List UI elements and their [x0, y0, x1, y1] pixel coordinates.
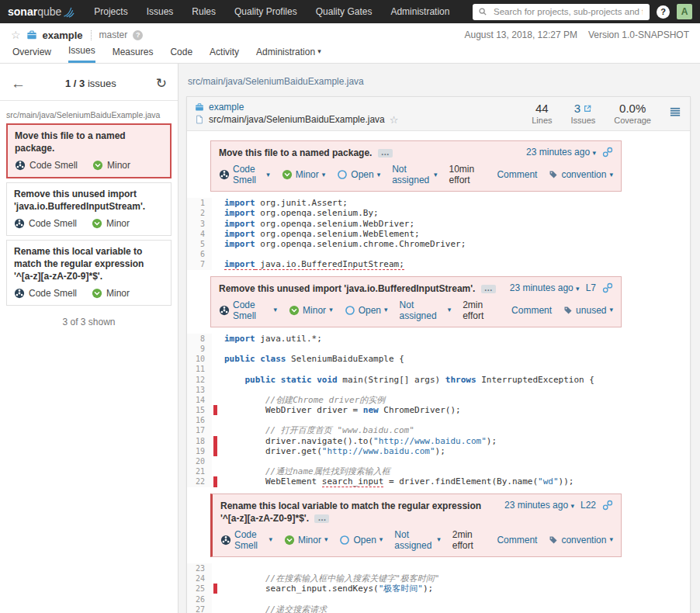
rule-details-ellipsis-button[interactable]: … [378, 149, 393, 158]
project-link[interactable]: example [209, 102, 244, 113]
line-number[interactable]: 17 [187, 425, 212, 435]
tab-issues[interactable]: Issues [68, 45, 95, 63]
line-number[interactable]: 12 [187, 374, 212, 384]
tab-measures[interactable]: Measures [113, 45, 154, 63]
permalink-icon[interactable] [602, 500, 613, 511]
project-name[interactable]: example [43, 29, 83, 41]
tab-activity[interactable]: Activity [210, 45, 239, 63]
rule-details-ellipsis-button[interactable]: … [314, 514, 329, 523]
project-version: Version 1.0-SNAPSHOT [588, 29, 689, 40]
line-number[interactable]: 11 [187, 364, 212, 374]
issue-changelog-dropdown[interactable]: 23 minutes ago ▾ [526, 147, 596, 158]
code-line: 15 WebDriver driver = new ChromeDriver()… [187, 405, 690, 415]
line-number[interactable]: 10 [187, 354, 212, 364]
code-text: WebDriver driver = new ChromeDriver(); [220, 405, 461, 415]
coverage-gutter [212, 239, 220, 249]
issue-status-dropdown[interactable]: Open▾ [337, 169, 380, 180]
line-number[interactable]: 24 [187, 573, 212, 584]
issue-comment-button[interactable]: Comment [497, 535, 537, 545]
tab-administration[interactable]: Administration▾ [256, 45, 321, 63]
issue-changelog-dropdown[interactable]: 23 minutes ago ▾ [504, 500, 574, 511]
line-number[interactable]: 7 [187, 259, 212, 269]
issue-severity-dropdown[interactable]: Minor▾ [289, 305, 333, 316]
nav-item-issues[interactable]: Issues [147, 6, 174, 17]
help-button[interactable]: ? [657, 5, 670, 19]
line-number[interactable]: 20 [187, 456, 212, 466]
line-number[interactable]: 27 [187, 604, 212, 613]
issue-type-dropdown[interactable]: Code Smell▾ [219, 164, 270, 185]
inline-issue-box: Rename this local variable to match the … [210, 494, 622, 557]
issue-list-item[interactable]: Remove this unused import 'java.io.Buffe… [6, 182, 172, 236]
coverage-gutter [212, 594, 220, 604]
metric-issues[interactable]: 3 Issues [571, 102, 596, 125]
issue-comment-button[interactable]: Comment [497, 169, 537, 180]
back-arrow-icon[interactable]: ← [11, 76, 26, 91]
line-number[interactable]: 15 [187, 405, 212, 415]
coverage-gutter [212, 466, 220, 476]
line-number[interactable]: 19 [187, 446, 212, 456]
sonarqube-logo[interactable]: sonarqube [8, 5, 75, 18]
branch-help-icon[interactable]: ? [133, 30, 143, 40]
issue-list-item[interactable]: Move this file to a named package. Code … [6, 123, 172, 178]
line-number[interactable]: 21 [187, 466, 212, 476]
issue-assignee-dropdown[interactable]: Not assigned▾ [400, 300, 452, 321]
coverage-gutter [212, 259, 220, 269]
nav-item-quality-profiles[interactable]: Quality Profiles [234, 6, 297, 17]
tab-code[interactable]: Code [170, 45, 192, 63]
nav-item-quality-gates[interactable]: Quality Gates [316, 6, 373, 17]
issue-type-dropdown[interactable]: Code Smell▾ [219, 300, 277, 321]
issue-line-ref[interactable]: L22 [580, 500, 596, 511]
issue-status-dropdown[interactable]: Open▾ [339, 535, 383, 545]
line-number[interactable]: 5 [187, 239, 212, 249]
line-number[interactable]: 14 [187, 395, 212, 405]
issue-assignee-dropdown[interactable]: Not assigned▾ [392, 164, 437, 185]
line-number[interactable]: 25 [187, 584, 212, 594]
line-number[interactable]: 4 [187, 229, 212, 239]
actions-menu-icon[interactable] [670, 106, 681, 117]
nav-item-rules[interactable]: Rules [192, 6, 216, 17]
issue-status-dropdown[interactable]: Open▾ [345, 305, 388, 316]
code-line: 21 //通过name属性找到搜索输入框 [187, 466, 690, 476]
code-smell-icon [219, 169, 230, 180]
tab-overview[interactable]: Overview [12, 45, 51, 63]
code-text: //通过name属性找到搜索输入框 [220, 466, 390, 477]
permalink-icon[interactable] [602, 282, 613, 293]
issue-line-ref[interactable]: L7 [586, 282, 596, 293]
issue-comment-button[interactable]: Comment [511, 305, 552, 316]
sonar-swoosh-icon [63, 6, 75, 18]
issue-changelog-dropdown[interactable]: 23 minutes ago ▾ [510, 282, 580, 293]
issue-tags-dropdown[interactable]: unused▾ [563, 305, 613, 316]
favorite-file-star-icon[interactable]: ☆ [390, 114, 399, 126]
line-number[interactable]: 22 [187, 476, 212, 487]
issue-severity-dropdown[interactable]: Minor▾ [282, 169, 326, 180]
issue-assignee-dropdown[interactable]: Not assigned▾ [394, 529, 440, 551]
line-number[interactable]: 6 [187, 249, 212, 259]
reload-icon[interactable]: ↻ [156, 77, 167, 90]
line-number[interactable]: 13 [187, 385, 212, 395]
favorite-star-icon[interactable]: ☆ [11, 29, 21, 40]
line-number[interactable]: 18 [187, 436, 212, 446]
breadcrumb[interactable]: src/main/java/SeleniumBaiduExample.java [178, 64, 700, 87]
nav-item-administration[interactable]: Administration [390, 6, 449, 17]
issue-list-item[interactable]: Rename this local variable to match the … [6, 240, 172, 306]
search-input[interactable] [492, 6, 644, 17]
permalink-icon[interactable] [602, 147, 613, 158]
nav-item-projects[interactable]: Projects [94, 6, 127, 17]
coverage-gutter [212, 334, 220, 344]
issue-tags-dropdown[interactable]: convention▾ [549, 169, 613, 180]
code-text: import java.util.*; [220, 334, 322, 344]
line-number[interactable]: 3 [187, 219, 212, 229]
line-number[interactable]: 8 [187, 334, 212, 344]
issue-tags-dropdown[interactable]: convention▾ [549, 535, 613, 545]
issue-type-dropdown[interactable]: Code Smell▾ [220, 529, 272, 551]
line-number[interactable]: 1 [187, 198, 212, 208]
line-number[interactable]: 23 [187, 563, 212, 573]
issue-severity-dropdown[interactable]: Minor▾ [284, 535, 328, 545]
rule-details-ellipsis-button[interactable]: … [481, 285, 496, 293]
user-avatar[interactable]: A [677, 4, 692, 19]
line-number[interactable]: 26 [187, 594, 212, 604]
line-number[interactable]: 16 [187, 415, 212, 425]
line-number[interactable]: 2 [187, 208, 212, 218]
line-number[interactable]: 9 [187, 344, 212, 354]
global-search[interactable] [473, 4, 650, 20]
